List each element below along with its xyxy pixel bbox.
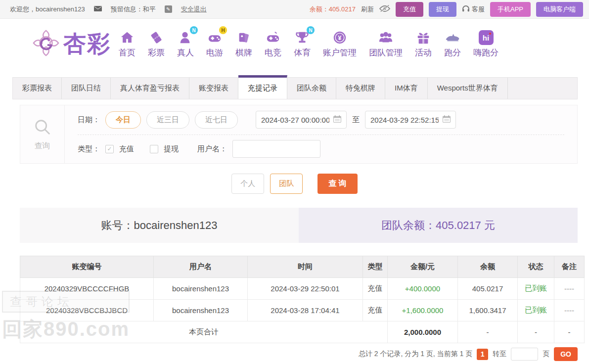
- tab-team-daily[interactable]: 团队日结: [62, 78, 111, 99]
- search-button[interactable]: 查 询: [317, 174, 357, 194]
- site-header: 杏彩 首页 彩票 N 真人 H: [0, 19, 589, 69]
- filter-panel: 查询 日期： 今日 近三日 近七日 至 类型： ✓: [20, 105, 578, 164]
- logo-text: 杏彩: [63, 29, 111, 59]
- tab-account-changes[interactable]: 账变报表: [189, 78, 238, 99]
- nav-item-hi-paofen[interactable]: hi 嗨跑分: [473, 30, 498, 58]
- table-header-row: 账变编号 用户名 时间 类型 金额/元 余额 状态 备注: [20, 256, 585, 278]
- table-footer-row: 本页合计 2,000.0000 - - -: [20, 321, 585, 343]
- action-buttons: 个人 团队 查 询: [0, 174, 589, 194]
- tab-lottery-report[interactable]: 彩票报表: [13, 78, 62, 99]
- go-button[interactable]: GO: [554, 347, 578, 361]
- nav-item-promotions[interactable]: 活动: [415, 30, 432, 58]
- col-header-type: 类型: [363, 256, 388, 278]
- tab-live-sports-pnl[interactable]: 真人体育盈亏报表: [111, 78, 189, 99]
- main-nav: 首页 彩票 N 真人 H 电游: [119, 30, 498, 58]
- nav-item-account-mgmt[interactable]: ¥ 账户管理: [323, 30, 357, 58]
- date-from-field: [256, 111, 347, 129]
- report-tabs: 彩票报表 团队日结 真人体育盈亏报表 账变报表 充提记录 团队余额 特兔棋牌 I…: [12, 77, 578, 99]
- deposit-checkbox[interactable]: ✓: [105, 145, 114, 153]
- nav-item-home[interactable]: 首页: [119, 30, 136, 58]
- topbar: 欢迎您，bocairenshen123 预留信息：和平 ✎ 安全退出 余额：40…: [0, 0, 589, 19]
- filter-date-row: 日期： 今日 近三日 近七日 至: [78, 105, 564, 135]
- gamepad-icon: [265, 30, 281, 46]
- footer-note: -: [554, 321, 585, 343]
- cell-status: 已到账: [518, 278, 554, 300]
- calendar-icon[interactable]: [443, 115, 451, 124]
- col-header-record-id: 账变编号: [20, 256, 154, 278]
- withdraw-button[interactable]: 提现: [429, 2, 456, 17]
- date-to-field: [365, 111, 456, 129]
- calendar-icon[interactable]: [333, 115, 341, 124]
- range-3days-button[interactable]: 近三日: [146, 111, 189, 129]
- footer-amount: 2,000.0000: [388, 321, 458, 343]
- tab-deposit-withdraw-records[interactable]: 充提记录: [238, 75, 287, 99]
- range-7days-button[interactable]: 近七日: [195, 111, 238, 129]
- scope-team-button[interactable]: 团队: [270, 174, 303, 194]
- col-header-username: 用户名: [154, 256, 248, 278]
- logout-link[interactable]: 安全退出: [181, 5, 207, 14]
- col-header-status: 状态: [518, 256, 554, 278]
- withdraw-checkbox[interactable]: [150, 145, 158, 153]
- current-page-button[interactable]: 1: [477, 349, 488, 360]
- date-from-input[interactable]: [261, 116, 329, 124]
- deposit-checkbox-label: 充值: [119, 144, 134, 154]
- nav-item-live[interactable]: N 真人: [177, 30, 194, 58]
- headset-icon: [462, 5, 470, 13]
- gift-icon: [415, 30, 431, 46]
- date-to-input[interactable]: [370, 116, 439, 124]
- balance-value: 405.0217: [329, 5, 356, 13]
- nav-item-team-mgmt[interactable]: 团队管理: [369, 30, 403, 58]
- people-icon: [378, 30, 394, 46]
- withdraw-checkbox-label: 提现: [164, 144, 179, 154]
- footer-label: 本页合计: [20, 321, 388, 343]
- footer-status: -: [518, 321, 554, 343]
- edit-icon[interactable]: ✎: [165, 5, 172, 13]
- nav-item-paofen[interactable]: 跑分: [444, 30, 461, 58]
- tab-wesports[interactable]: Wesports世界体育: [428, 78, 508, 99]
- nav-item-sports[interactable]: N 体育: [294, 30, 311, 58]
- gamepad-icon: H: [207, 30, 223, 46]
- rhino-icon: [445, 30, 460, 46]
- reserved-info-text: 预留信息：和平: [111, 5, 156, 14]
- eye-off-icon[interactable]: [379, 5, 390, 14]
- cell-balance: 405.0217: [458, 278, 518, 300]
- cell-time: 2024-03-28 17:04:41: [248, 300, 363, 321]
- cell-record-id: 20240329VBCCCCFHGB: [20, 278, 154, 300]
- scope-personal-button[interactable]: 个人: [231, 174, 264, 194]
- cell-time: 2024-03-29 22:50:01: [248, 278, 363, 300]
- goto-page-input[interactable]: [511, 348, 538, 361]
- cell-amount: +1,600.0000: [388, 300, 458, 321]
- username-input[interactable]: [232, 140, 320, 158]
- home-icon: [119, 30, 135, 46]
- refresh-button[interactable]: 刷新: [361, 5, 374, 14]
- welcome-text: 欢迎您，bocairenshen123: [10, 5, 85, 14]
- footer-balance: -: [458, 321, 518, 343]
- cell-amount: +400.0000: [388, 278, 458, 300]
- svg-text:¥: ¥: [338, 35, 342, 42]
- nav-item-esports[interactable]: 电竞: [265, 30, 281, 58]
- team-balance-text: 团队余额：405.0217 元: [299, 208, 578, 243]
- range-today-button[interactable]: 今日: [105, 111, 141, 129]
- logo-flower-icon: [32, 29, 60, 59]
- mobile-app-button[interactable]: 手机APP: [490, 2, 531, 17]
- customer-service-link[interactable]: 客服: [462, 5, 485, 14]
- nav-item-lottery[interactable]: 彩票: [148, 30, 165, 58]
- hi-app-icon: hi: [478, 30, 494, 46]
- tab-team-balance[interactable]: 团队余额: [287, 78, 336, 99]
- nav-item-cards[interactable]: 棋牌: [235, 30, 252, 58]
- deposit-button[interactable]: 充值: [396, 2, 423, 17]
- tab-tetu-cards[interactable]: 特兔棋牌: [336, 78, 385, 99]
- trophy-icon: N: [294, 30, 310, 46]
- cell-record-id: 20240328VBCCBJJBCD: [20, 300, 154, 321]
- site-logo[interactable]: 杏彩: [32, 29, 111, 59]
- records-table: 账变编号 用户名 时间 类型 金额/元 余额 状态 备注 20240329VBC…: [20, 256, 578, 343]
- cell-balance: 1,600.3417: [458, 300, 518, 321]
- envelope-icon[interactable]: [94, 5, 102, 13]
- cell-type: 充值: [363, 278, 388, 300]
- account-summary: 账号：bocairenshen123 团队余额：405.0217 元: [20, 208, 578, 243]
- tab-im-sports[interactable]: IM体育: [385, 78, 428, 99]
- pc-client-button[interactable]: 电脑客户端: [536, 2, 583, 17]
- cell-username: bocairenshen123: [154, 300, 248, 321]
- filter-type-row: 类型： ✓ 充值 提现 用户名：: [78, 135, 564, 164]
- nav-item-egames[interactable]: H 电游: [206, 30, 223, 58]
